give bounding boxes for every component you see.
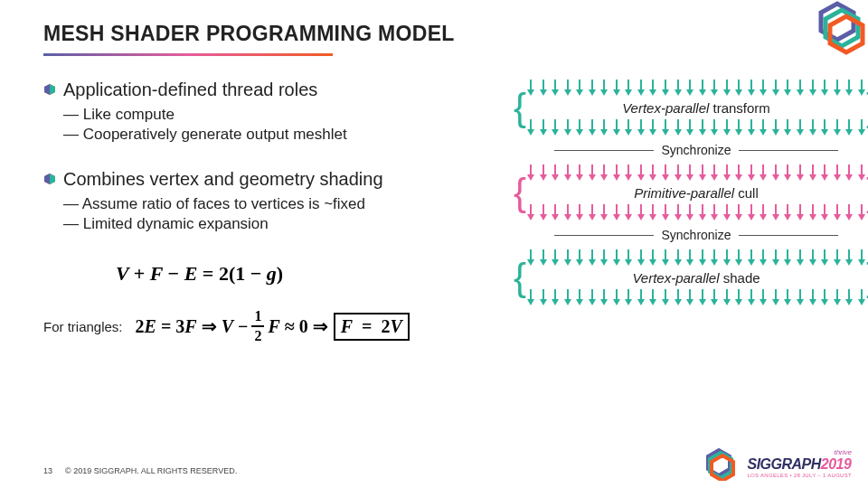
arrow-down-icon [612, 204, 621, 221]
svg-marker-68 [540, 129, 547, 136]
svg-marker-140 [637, 174, 645, 181]
svg-marker-292 [540, 299, 547, 305]
svg-marker-16 [564, 89, 571, 96]
svg-marker-130 [576, 174, 583, 181]
svg-marker-282 [821, 259, 828, 266]
svg-marker-232 [858, 214, 865, 221]
svg-marker-324 [735, 299, 742, 305]
svg-marker-118 [845, 129, 853, 136]
svg-marker-286 [845, 259, 853, 266]
arrow-down-icon [526, 164, 535, 181]
arrow-down-icon [674, 289, 683, 305]
svg-marker-112 [809, 129, 816, 136]
svg-marker-64 [858, 89, 865, 96]
svg-marker-336 [809, 299, 816, 305]
svg-marker-108 [784, 129, 791, 136]
arrow-down-icon [857, 289, 866, 305]
svg-marker-52 [784, 89, 791, 96]
arrow-down-icon [796, 204, 805, 221]
arrow-down-icon [599, 164, 609, 181]
arrow-down-icon [796, 164, 805, 181]
svg-marker-306 [625, 299, 632, 305]
arrow-down-icon [722, 119, 731, 136]
svg-marker-202 [675, 214, 682, 221]
svg-marker-166 [797, 174, 804, 181]
svg-marker-196 [637, 214, 645, 221]
svg-marker-150 [699, 174, 706, 181]
arrow-down-icon [808, 249, 817, 266]
arrow-down-icon [734, 289, 743, 305]
svg-marker-334 [797, 299, 804, 305]
arrow-down-icon [710, 249, 719, 266]
arrow-down-icon [698, 119, 707, 136]
arrow-down-icon [612, 80, 621, 96]
arrow-down-icon [674, 80, 683, 96]
arrow-down-icon [771, 249, 780, 266]
arrow-down-icon [599, 80, 609, 96]
svg-marker-254 [649, 259, 656, 266]
svg-marker-300 [589, 299, 596, 305]
svg-marker-172 [834, 174, 841, 181]
arrow-down-icon [599, 289, 609, 305]
arrow-down-icon [526, 249, 535, 266]
svg-marker-338 [821, 299, 828, 305]
svg-marker-206 [699, 214, 706, 221]
arrow-down-icon [661, 289, 670, 305]
arrow-down-icon [771, 164, 780, 181]
arrow-down-icon [796, 289, 805, 305]
arrow-down-icon [771, 119, 780, 136]
svg-marker-56 [809, 89, 816, 96]
svg-marker-62 [845, 89, 853, 96]
svg-marker-216 [760, 214, 767, 221]
arrow-down-icon [685, 164, 694, 181]
arrow-down-icon [722, 164, 731, 181]
arrow-down-icon [588, 204, 597, 221]
svg-marker-58 [821, 89, 828, 96]
svg-marker-326 [748, 299, 755, 305]
svg-marker-198 [649, 214, 656, 221]
arrow-down-icon [698, 204, 707, 221]
svg-marker-158 [748, 174, 755, 181]
arrow-down-icon [820, 249, 829, 266]
siggraph-logo: thrive SIGGRAPH2019 LOS ANGELES • 28 JUL… [698, 445, 852, 481]
svg-marker-144 [662, 174, 669, 181]
arrow-down-icon [783, 204, 792, 221]
arrow-down-icon [588, 119, 597, 136]
arrow-down-icon [539, 289, 548, 305]
arrow-down-icon [661, 204, 670, 221]
svg-marker-114 [821, 129, 828, 136]
arrow-down-icon [820, 80, 829, 96]
svg-marker-224 [809, 214, 816, 221]
arrow-down-icon [759, 80, 768, 96]
arrow-down-icon [588, 249, 597, 266]
arrow-down-icon [747, 289, 756, 305]
svg-marker-74 [576, 129, 583, 136]
svg-marker-252 [637, 259, 645, 266]
svg-marker-302 [600, 299, 608, 305]
arrow-down-icon [808, 80, 817, 96]
arrow-down-icon [734, 80, 743, 96]
arrow-down-icon [833, 164, 842, 181]
svg-marker-72 [564, 129, 571, 136]
arrow-down-icon [624, 289, 633, 305]
svg-marker-208 [711, 214, 718, 221]
arrow-down-icon [833, 249, 842, 266]
svg-marker-94 [699, 129, 706, 136]
arrow-down-icon [698, 289, 707, 305]
svg-marker-308 [637, 299, 645, 305]
arrow-down-icon [796, 249, 805, 266]
svg-marker-154 [723, 174, 731, 181]
arrow-down-icon [710, 119, 719, 136]
svg-marker-266 [723, 259, 731, 266]
arrow-down-icon [857, 164, 866, 181]
svg-marker-122 [527, 174, 534, 181]
svg-marker-260 [686, 259, 693, 266]
arrow-down-icon [648, 289, 657, 305]
svg-marker-124 [540, 174, 547, 181]
arrow-down-icon [685, 119, 694, 136]
svg-marker-218 [772, 214, 779, 221]
arrow-down-icon [747, 80, 756, 96]
arrow-down-icon [624, 249, 633, 266]
arrow-down-icon [808, 204, 817, 221]
svg-marker-288 [858, 259, 865, 266]
